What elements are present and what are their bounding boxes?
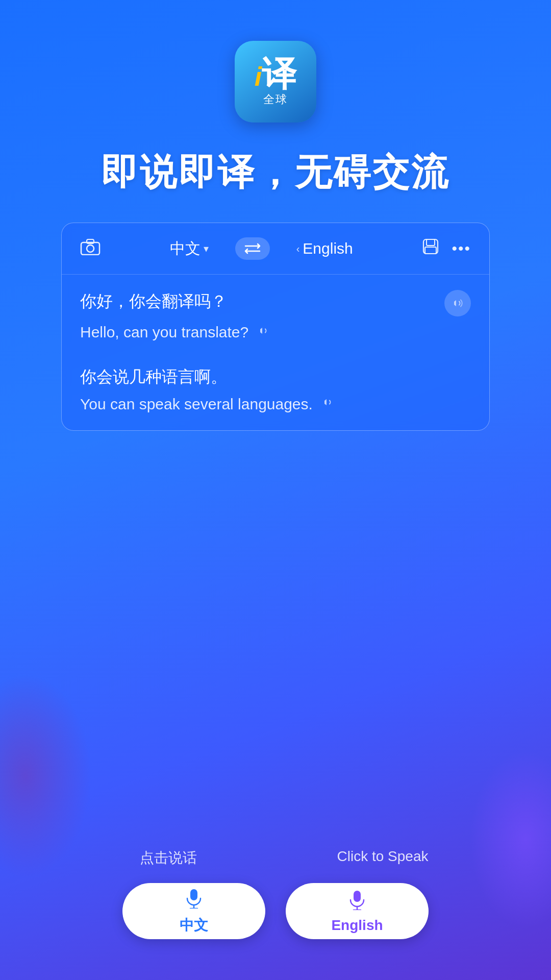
camera-icon[interactable] xyxy=(80,238,101,260)
target-lang-chevron-left: ‹ xyxy=(296,243,300,255)
trans-result-2: You can speak several languages. xyxy=(80,394,471,415)
speak-button-zh[interactable]: 中文 xyxy=(122,883,265,939)
svg-rect-0 xyxy=(81,242,99,255)
svg-rect-9 xyxy=(354,891,361,902)
target-lang-selector[interactable]: ‹ English xyxy=(296,240,353,257)
speak-buttons: 中文 English xyxy=(122,883,429,939)
speak-label-zh: 点击说话 xyxy=(107,848,230,868)
speak-label-en: Click to Speak xyxy=(321,848,444,868)
card-toolbar: 中文 ▾ ‹ English xyxy=(62,223,489,275)
trans-source-text-2: 你会说几种语言啊。 xyxy=(80,365,471,388)
speak-labels: 点击说话 Click to Speak xyxy=(61,848,490,868)
page-container: i译 全球 即说即译，无碍交流 中文 ▾ xyxy=(0,0,551,980)
trans-result-1: Hello, can you translate? xyxy=(80,322,471,343)
translator-card: 中文 ▾ ‹ English xyxy=(61,223,490,431)
bottom-section: 点击说话 Click to Speak 中文 xyxy=(0,848,551,939)
headline: 即说即译，无碍交流 xyxy=(101,148,450,197)
more-button[interactable]: ••• xyxy=(452,240,471,257)
app-icon[interactable]: i译 全球 xyxy=(235,41,316,122)
svg-rect-6 xyxy=(190,889,197,900)
target-lang-label: English xyxy=(303,240,353,257)
trans-source-text-1: 你好，你会翻译吗？ xyxy=(80,290,436,313)
app-icon-i: i xyxy=(255,62,262,91)
app-icon-subtitle: 全球 xyxy=(263,92,288,107)
speak-button-en[interactable]: English xyxy=(286,883,429,939)
translation-area: 你好，你会翻译吗？ Hello, can you translate? xyxy=(62,275,489,430)
source-lang-chevron: ▾ xyxy=(204,242,209,255)
toolbar-right: ••• xyxy=(422,238,471,259)
save-button[interactable] xyxy=(422,238,439,259)
speak-button-zh-label: 中文 xyxy=(180,916,208,935)
svg-point-1 xyxy=(87,245,94,252)
mic-icon-en xyxy=(346,889,368,915)
trans-source-audio-1[interactable] xyxy=(444,290,471,316)
source-lang-selector[interactable]: 中文 ▾ xyxy=(170,238,209,259)
trans-result-audio-2[interactable] xyxy=(321,395,335,413)
trans-result-text-2: You can speak several languages. xyxy=(80,394,313,415)
swap-button[interactable] xyxy=(235,237,270,260)
trans-source-1: 你好，你会翻译吗？ xyxy=(80,290,471,316)
speak-button-en-label: English xyxy=(331,917,383,934)
trans-result-audio-1[interactable] xyxy=(257,324,271,341)
source-lang-label: 中文 xyxy=(170,238,201,259)
trans-entry-2: 你会说几种语言啊。 You can speak several language… xyxy=(80,365,471,415)
svg-rect-4 xyxy=(427,239,435,246)
mic-icon-zh xyxy=(183,887,205,914)
app-icon-text: i译 xyxy=(255,56,296,91)
trans-entry-1: 你好，你会翻译吗？ Hello, can you translate? xyxy=(80,290,471,343)
trans-result-text-1: Hello, can you translate? xyxy=(80,322,248,343)
svg-rect-5 xyxy=(425,247,436,254)
trans-source-2: 你会说几种语言啊。 xyxy=(80,365,471,388)
